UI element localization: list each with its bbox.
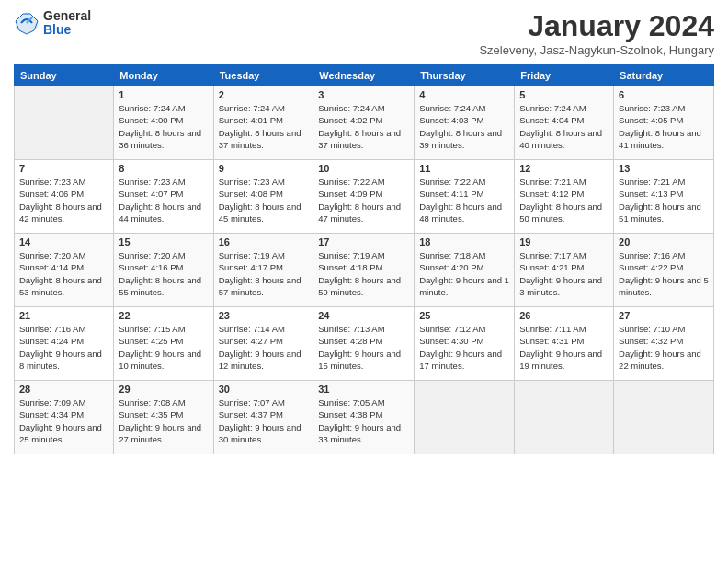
table-row: 16Sunrise: 7:19 AMSunset: 4:17 PMDayligh… [213, 234, 313, 307]
day-info: Sunrise: 7:20 AMSunset: 4:14 PMDaylight:… [19, 249, 108, 298]
table-row: 7Sunrise: 7:23 AMSunset: 4:06 PMDaylight… [15, 160, 114, 234]
table-row: 11Sunrise: 7:22 AMSunset: 4:11 PMDayligh… [415, 160, 515, 234]
day-info: Sunrise: 7:15 AMSunset: 4:25 PMDaylight:… [119, 323, 208, 372]
table-row: 23Sunrise: 7:14 AMSunset: 4:27 PMDayligh… [213, 307, 313, 381]
table-row: 12Sunrise: 7:21 AMSunset: 4:12 PMDayligh… [515, 160, 614, 234]
day-number: 23 [219, 310, 309, 321]
location-subtitle: Szeleveny, Jasz-Nagykun-Szolnok, Hungary [479, 43, 714, 57]
table-row: 18Sunrise: 7:18 AMSunset: 4:20 PMDayligh… [415, 234, 515, 307]
logo: General Blue [14, 9, 91, 38]
day-number: 27 [619, 310, 709, 321]
day-info: Sunrise: 7:24 AMSunset: 4:04 PMDaylight:… [519, 102, 609, 151]
table-row: 28Sunrise: 7:09 AMSunset: 4:34 PMDayligh… [15, 381, 114, 454]
header-friday: Friday [515, 65, 614, 86]
table-row: 4Sunrise: 7:24 AMSunset: 4:03 PMDaylight… [415, 86, 515, 160]
day-number: 30 [219, 384, 309, 395]
table-row: 21Sunrise: 7:16 AMSunset: 4:24 PMDayligh… [15, 307, 114, 381]
table-row: 6Sunrise: 7:23 AMSunset: 4:05 PMDaylight… [614, 86, 714, 160]
table-row: 31Sunrise: 7:05 AMSunset: 4:38 PMDayligh… [313, 381, 415, 454]
table-row: 15Sunrise: 7:20 AMSunset: 4:16 PMDayligh… [114, 234, 213, 307]
day-number: 4 [419, 89, 509, 100]
day-number: 20 [619, 236, 709, 247]
header: General Blue January 2024 Szeleveny, Jas… [14, 9, 714, 57]
day-number: 14 [19, 236, 108, 247]
table-row: 20Sunrise: 7:16 AMSunset: 4:22 PMDayligh… [614, 234, 714, 307]
table-row: 26Sunrise: 7:11 AMSunset: 4:31 PMDayligh… [515, 307, 614, 381]
day-number: 7 [19, 163, 108, 174]
day-number: 9 [219, 163, 309, 174]
day-number: 1 [119, 89, 208, 100]
table-row: 10Sunrise: 7:22 AMSunset: 4:09 PMDayligh… [313, 160, 415, 234]
table-row [614, 381, 714, 454]
day-number: 17 [318, 236, 409, 247]
table-row: 3Sunrise: 7:24 AMSunset: 4:02 PMDaylight… [313, 86, 415, 160]
table-row [15, 86, 114, 160]
header-saturday: Saturday [614, 65, 714, 86]
day-info: Sunrise: 7:16 AMSunset: 4:24 PMDaylight:… [19, 323, 108, 372]
day-number: 11 [419, 163, 509, 174]
day-info: Sunrise: 7:21 AMSunset: 4:13 PMDaylight:… [619, 176, 709, 224]
day-info: Sunrise: 7:23 AMSunset: 4:05 PMDaylight:… [619, 102, 709, 151]
day-number: 28 [19, 384, 108, 395]
day-info: Sunrise: 7:16 AMSunset: 4:22 PMDaylight:… [619, 249, 709, 298]
table-row: 13Sunrise: 7:21 AMSunset: 4:13 PMDayligh… [614, 160, 714, 234]
table-row: 19Sunrise: 7:17 AMSunset: 4:21 PMDayligh… [515, 234, 614, 307]
logo-text: General Blue [43, 9, 91, 38]
calendar-table: Sunday Monday Tuesday Wednesday Thursday… [14, 64, 714, 454]
day-info: Sunrise: 7:23 AMSunset: 4:07 PMDaylight:… [119, 176, 208, 224]
day-info: Sunrise: 7:23 AMSunset: 4:08 PMDaylight:… [219, 176, 309, 224]
day-info: Sunrise: 7:24 AMSunset: 4:03 PMDaylight:… [419, 102, 509, 151]
table-row: 30Sunrise: 7:07 AMSunset: 4:37 PMDayligh… [213, 381, 313, 454]
day-number: 10 [318, 163, 409, 174]
day-number: 16 [219, 236, 309, 247]
day-number: 3 [318, 89, 409, 100]
table-row: 2Sunrise: 7:24 AMSunset: 4:01 PMDaylight… [213, 86, 313, 160]
header-tuesday: Tuesday [213, 65, 313, 86]
table-row: 25Sunrise: 7:12 AMSunset: 4:30 PMDayligh… [415, 307, 515, 381]
day-info: Sunrise: 7:22 AMSunset: 4:09 PMDaylight:… [318, 176, 409, 224]
day-number: 15 [119, 236, 208, 247]
logo-blue-text: Blue [43, 23, 91, 37]
table-row [415, 381, 515, 454]
day-number: 2 [219, 89, 309, 100]
day-info: Sunrise: 7:21 AMSunset: 4:12 PMDaylight:… [519, 176, 609, 224]
day-info: Sunrise: 7:05 AMSunset: 4:38 PMDaylight:… [318, 396, 409, 445]
day-info: Sunrise: 7:19 AMSunset: 4:18 PMDaylight:… [318, 249, 409, 298]
day-number: 25 [419, 310, 509, 321]
header-sunday: Sunday [15, 65, 114, 86]
day-info: Sunrise: 7:24 AMSunset: 4:00 PMDaylight:… [119, 102, 208, 151]
table-row: 27Sunrise: 7:10 AMSunset: 4:32 PMDayligh… [614, 307, 714, 381]
table-row: 9Sunrise: 7:23 AMSunset: 4:08 PMDaylight… [213, 160, 313, 234]
day-number: 18 [419, 236, 509, 247]
day-number: 19 [519, 236, 609, 247]
table-row: 29Sunrise: 7:08 AMSunset: 4:35 PMDayligh… [114, 381, 213, 454]
calendar-week-row: 7Sunrise: 7:23 AMSunset: 4:06 PMDaylight… [15, 160, 714, 234]
day-number: 24 [318, 310, 409, 321]
day-info: Sunrise: 7:24 AMSunset: 4:02 PMDaylight:… [318, 102, 409, 151]
day-number: 31 [318, 384, 409, 395]
day-info: Sunrise: 7:20 AMSunset: 4:16 PMDaylight:… [119, 249, 208, 298]
page: General Blue January 2024 Szeleveny, Jas… [0, 0, 728, 563]
day-info: Sunrise: 7:07 AMSunset: 4:37 PMDaylight:… [219, 396, 309, 445]
table-row: 5Sunrise: 7:24 AMSunset: 4:04 PMDaylight… [515, 86, 614, 160]
day-info: Sunrise: 7:17 AMSunset: 4:21 PMDaylight:… [519, 249, 609, 298]
table-row: 17Sunrise: 7:19 AMSunset: 4:18 PMDayligh… [313, 234, 415, 307]
header-monday: Monday [114, 65, 213, 86]
table-row [515, 381, 614, 454]
day-info: Sunrise: 7:23 AMSunset: 4:06 PMDaylight:… [19, 176, 108, 224]
logo-icon [14, 10, 40, 36]
day-number: 29 [119, 384, 208, 395]
day-info: Sunrise: 7:11 AMSunset: 4:31 PMDaylight:… [519, 323, 609, 372]
table-row: 14Sunrise: 7:20 AMSunset: 4:14 PMDayligh… [15, 234, 114, 307]
day-info: Sunrise: 7:18 AMSunset: 4:20 PMDaylight:… [419, 249, 509, 298]
day-info: Sunrise: 7:13 AMSunset: 4:28 PMDaylight:… [318, 323, 409, 372]
day-number: 26 [519, 310, 609, 321]
day-info: Sunrise: 7:08 AMSunset: 4:35 PMDaylight:… [119, 396, 208, 445]
table-row: 1Sunrise: 7:24 AMSunset: 4:00 PMDaylight… [114, 86, 213, 160]
day-info: Sunrise: 7:10 AMSunset: 4:32 PMDaylight:… [619, 323, 709, 372]
day-info: Sunrise: 7:09 AMSunset: 4:34 PMDaylight:… [19, 396, 108, 445]
calendar-week-row: 21Sunrise: 7:16 AMSunset: 4:24 PMDayligh… [15, 307, 714, 381]
logo-general-text: General [43, 9, 91, 23]
day-number: 8 [119, 163, 208, 174]
table-row: 24Sunrise: 7:13 AMSunset: 4:28 PMDayligh… [313, 307, 415, 381]
